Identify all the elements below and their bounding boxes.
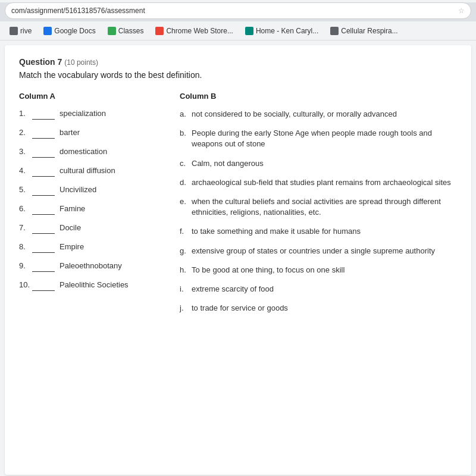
definition-letter: j. [180, 303, 192, 314]
vocab-item: 8. Empire [19, 242, 162, 253]
vocab-word: specialization [60, 109, 162, 118]
vocab-blank[interactable] [32, 205, 55, 215]
bookmark-item[interactable]: rive [5, 26, 36, 36]
definition-letter: f. [180, 226, 192, 237]
definition-text: archaeological sub-field that studies pl… [192, 177, 457, 188]
vocab-blank[interactable] [32, 262, 55, 272]
page-content: Question 7 (10 points) Match the vocabul… [5, 45, 471, 475]
bookmark-favicon [155, 27, 164, 35]
column-b-items: a.not considered to be socially, cultura… [180, 109, 457, 314]
definition-text: To be good at one thing, to focus on one… [192, 265, 457, 275]
definition-text: to take something and make it usable for… [192, 226, 457, 237]
bookmark-label: Home - Ken Caryl... [256, 27, 318, 35]
bookmark-label: rive [20, 27, 32, 35]
vocab-item: 9. Paleoethnobotany [19, 261, 162, 272]
definition-item: e.when the cultural beliefs and social a… [180, 196, 457, 218]
bookmark-favicon [43, 27, 52, 35]
vocab-number: 5. [19, 185, 32, 194]
vocab-blank[interactable] [32, 281, 55, 291]
bookmark-item[interactable]: Home - Ken Caryl... [240, 26, 323, 36]
definition-letter: g. [180, 246, 192, 256]
definition-letter: h. [180, 265, 192, 275]
bookmark-item[interactable]: Cellular Respira... [325, 26, 402, 36]
definition-item: d.archaeological sub-field that studies … [180, 177, 457, 188]
definition-item: c.Calm, not dangerous [180, 158, 457, 169]
column-b-header: Column B [180, 92, 457, 101]
vocab-word: Famine [60, 204, 162, 213]
bookmark-favicon [245, 27, 253, 35]
definition-item: f.to take something and make it usable f… [180, 226, 457, 237]
column-a-items: 1. specialization2. barter3. domesticati… [19, 109, 162, 291]
bookmark-item[interactable]: Chrome Web Store... [151, 26, 238, 36]
vocab-number: 6. [19, 204, 32, 213]
vocab-blank[interactable] [32, 243, 55, 253]
vocab-item: 5. Uncivilized [19, 185, 162, 196]
definition-text: People during the early Stone Age when p… [192, 128, 457, 149]
vocab-word: Paleoethnobotany [60, 261, 162, 270]
column-a-header: Column A [19, 92, 162, 101]
definition-letter: e. [180, 196, 192, 207]
bookmark-item[interactable]: Classes [103, 26, 149, 36]
vocab-number: 1. [19, 109, 32, 118]
vocab-blank[interactable] [32, 224, 55, 234]
definition-item: h.To be good at one thing, to focus on o… [180, 265, 457, 275]
definition-letter: i. [180, 284, 192, 295]
question-instruction: Match the vocabulary words to the best d… [19, 70, 457, 80]
bookmark-label: Chrome Web Store... [166, 27, 233, 35]
definition-letter: a. [180, 109, 192, 120]
bookmark-favicon [108, 27, 116, 35]
vocab-number: 2. [19, 128, 32, 137]
vocab-word: Empire [60, 242, 162, 251]
vocab-item: 1. specialization [19, 109, 162, 120]
columns-container: Column A 1. specialization2. barter3. do… [19, 92, 457, 322]
vocab-item: 2. barter [19, 128, 162, 139]
definition-text: not considered to be socially, culturall… [192, 109, 457, 120]
address-bar[interactable]: com/assignment/5161318576/assessment ☆ [5, 2, 471, 19]
vocab-number: 3. [19, 147, 32, 156]
vocab-word: Docile [60, 223, 162, 232]
definition-item: a.not considered to be socially, cultura… [180, 109, 457, 120]
vocab-word: cultural diffusion [60, 166, 162, 175]
question-points: (10 points) [64, 58, 98, 67]
vocab-word: Paleolithic Societies [60, 280, 162, 289]
vocab-item: 10. Paleolithic Societies [19, 280, 162, 291]
vocab-blank[interactable] [32, 148, 55, 158]
vocab-word: barter [60, 128, 162, 137]
definition-letter: b. [180, 128, 192, 139]
vocab-blank[interactable] [32, 110, 55, 120]
vocab-blank[interactable] [32, 186, 55, 196]
definition-text: extensive group of states or countries u… [192, 246, 457, 256]
vocab-blank[interactable] [32, 129, 55, 139]
question-label: Question 7 [19, 57, 62, 67]
star-icon[interactable]: ☆ [458, 7, 465, 15]
vocab-number: 4. [19, 166, 32, 175]
vocab-item: 3. domestication [19, 147, 162, 158]
definition-item: g.extensive group of states or countries… [180, 246, 457, 256]
definition-text: extreme scarcity of food [192, 284, 457, 295]
definition-item: j.to trade for service or goods [180, 303, 457, 314]
bookmark-label: Cellular Respira... [341, 27, 397, 35]
vocab-number: 10. [19, 280, 32, 289]
browser-chrome: com/assignment/5161318576/assessment ☆ r… [0, 2, 476, 40]
definition-text: to trade for service or goods [192, 303, 457, 314]
definition-letter: c. [180, 158, 192, 169]
definition-text: Calm, not dangerous [192, 158, 457, 169]
bookmark-label: Classes [118, 27, 144, 35]
vocab-item: 7. Docile [19, 223, 162, 234]
bookmark-label: Google Docs [54, 27, 95, 35]
vocab-word: domestication [60, 147, 162, 156]
vocab-item: 4. cultural diffusion [19, 166, 162, 177]
column-a: Column A 1. specialization2. barter3. do… [19, 92, 162, 322]
vocab-number: 7. [19, 223, 32, 232]
vocab-blank[interactable] [32, 167, 55, 177]
definition-letter: d. [180, 177, 192, 188]
vocab-number: 9. [19, 261, 32, 270]
bookmark-favicon [10, 27, 18, 35]
bookmarks-bar: riveGoogle DocsClassesChrome Web Store..… [0, 21, 476, 40]
question-header: Question 7 (10 points) [19, 57, 457, 67]
definition-text: when the cultural beliefs and social act… [192, 196, 457, 218]
definition-item: b.People during the early Stone Age when… [180, 128, 457, 149]
definition-item: i.extreme scarcity of food [180, 284, 457, 295]
vocab-word: Uncivilized [60, 185, 162, 194]
bookmark-item[interactable]: Google Docs [39, 26, 100, 36]
